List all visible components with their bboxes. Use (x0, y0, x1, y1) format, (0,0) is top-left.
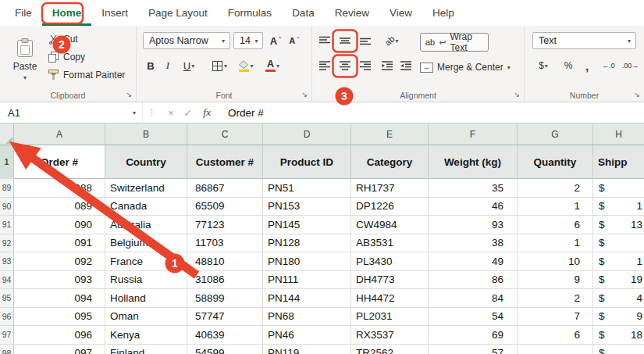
cell-qty[interactable]: 1 (518, 234, 593, 253)
align-right-button[interactable] (356, 57, 375, 74)
cell-order[interactable]: 089 (14, 198, 105, 216)
tab-data[interactable]: Data (282, 0, 325, 26)
cell-country[interactable]: Finland (105, 345, 187, 354)
column-header-b[interactable]: B (105, 123, 187, 145)
cell-order[interactable]: 090 (14, 216, 105, 234)
row-header-1[interactable]: 1 (0, 145, 14, 179)
row-header[interactable]: 95 (0, 289, 14, 308)
cell-qty[interactable]: 9 (518, 271, 593, 290)
row-header[interactable]: 94 (0, 271, 14, 290)
fill-color-button[interactable]: ▾ (233, 57, 258, 74)
header-cell-product[interactable]: Product ID (263, 145, 351, 179)
select-all-button[interactable] (0, 123, 14, 145)
cell-country[interactable]: Canada (105, 198, 187, 216)
increase-indent-button[interactable] (397, 57, 415, 74)
cell-product[interactable]: PN68 (263, 308, 351, 327)
header-cell-category[interactable]: Category (351, 145, 429, 179)
enter-button[interactable]: ✓ (180, 107, 197, 119)
tab-review[interactable]: Review (325, 0, 379, 26)
cell-category[interactable]: RH1737 (351, 179, 429, 198)
cell-shipping[interactable]: $1 (593, 252, 644, 271)
cell-weight[interactable]: 84 (429, 289, 518, 308)
header-cell-customer[interactable]: Customer # (187, 145, 263, 179)
header-cell-country[interactable]: Country (105, 145, 187, 179)
cell-country[interactable]: Australia (105, 216, 187, 234)
font-color-button[interactable]: A ▾ (260, 57, 285, 74)
cell-product[interactable]: PN145 (263, 216, 351, 234)
tab-home[interactable]: Home (42, 0, 92, 26)
cell-a1-active[interactable]: Order # (14, 145, 105, 179)
dialog-launcher-icon[interactable]: ↘ (126, 91, 132, 98)
cell-shipping[interactable]: $ (593, 179, 644, 198)
row-header[interactable]: 93 (0, 252, 14, 271)
cell-shipping[interactable]: $ (593, 234, 644, 253)
cell-country[interactable]: Oman (105, 308, 187, 327)
insert-function-button[interactable]: fx (197, 106, 217, 119)
increase-font-size-button[interactable]: Aˆ (266, 32, 285, 49)
tab-view[interactable]: View (379, 0, 422, 26)
formula-input[interactable]: Order # (228, 107, 264, 119)
cell-product[interactable]: PN153 (263, 198, 351, 216)
cell-product[interactable]: PN180 (263, 252, 351, 271)
cell-qty[interactable]: 6 (518, 326, 593, 345)
format-painter-button[interactable]: Format Painter (48, 67, 125, 83)
cell-customer[interactable]: 40639 (187, 326, 263, 345)
column-header-c[interactable]: C (187, 123, 263, 145)
column-header-h[interactable]: H (593, 123, 644, 145)
cancel-button[interactable]: × (162, 107, 180, 119)
column-header-d[interactable]: D (263, 123, 351, 145)
row-header[interactable]: 91 (0, 216, 14, 234)
row-header[interactable]: 90 (0, 198, 14, 216)
dialog-launcher-icon[interactable]: ↘ (301, 91, 308, 98)
column-header-a[interactable]: A (14, 123, 105, 145)
font-name-combobox[interactable]: Aptos Narrow ▾ (143, 32, 230, 49)
decrease-font-size-button[interactable]: Aˇ (285, 32, 304, 49)
cell-product[interactable]: PN111 (263, 271, 351, 290)
cell-product[interactable]: PN128 (263, 234, 351, 253)
column-header-f[interactable]: F (429, 123, 518, 145)
cell-category[interactable]: DP1226 (351, 198, 429, 216)
number-format-combobox[interactable]: Text ▾ (532, 32, 636, 49)
decrease-decimal-button[interactable]: .00→ (620, 57, 641, 74)
cell-category[interactable]: TR2562 (351, 345, 429, 354)
name-box[interactable]: A1 ▾ (0, 102, 143, 123)
cell-weight[interactable]: 46 (429, 198, 518, 216)
cut-button[interactable]: Cut (48, 31, 78, 47)
cell-customer[interactable]: 65509 (187, 198, 263, 216)
cell-country[interactable]: Kenya (105, 326, 187, 345)
cell-category[interactable]: AB3531 (351, 234, 429, 253)
cell-order[interactable]: 094 (14, 289, 105, 308)
cell-qty[interactable]: 10 (518, 252, 593, 271)
header-cell-weight[interactable]: Weight (kg) (429, 145, 518, 179)
cell-country[interactable]: France (105, 252, 187, 271)
center-button[interactable] (336, 57, 354, 74)
cell-weight[interactable]: 49 (429, 252, 518, 271)
cell-qty[interactable]: 6 (518, 216, 593, 234)
row-header[interactable]: 97 (0, 326, 14, 345)
dialog-launcher-icon[interactable]: ↘ (514, 91, 520, 98)
cell-category[interactable]: PL2031 (351, 308, 429, 327)
paste-button[interactable]: Paste ▾ (6, 30, 44, 88)
cell-order[interactable]: 095 (14, 308, 105, 327)
orientation-button[interactable]: ab ▾ (379, 32, 404, 49)
row-header[interactable]: 98 (0, 345, 14, 354)
increase-decimal-button[interactable]: ←.0 (598, 57, 619, 74)
cell-shipping[interactable]: $1 (593, 198, 644, 216)
middle-align-button[interactable] (336, 32, 354, 49)
cell-product[interactable]: PN46 (263, 326, 351, 345)
wrap-text-button[interactable]: ab ↩ Wrap Text (420, 33, 489, 52)
cell-product[interactable]: PN51 (263, 179, 351, 198)
cell-customer[interactable]: 58899 (187, 289, 263, 308)
bold-button[interactable]: B (143, 57, 158, 74)
font-size-combobox[interactable]: 14 ▾ (233, 32, 263, 49)
cell-customer[interactable]: 77123 (187, 216, 263, 234)
tab-insert[interactable]: Insert (91, 0, 138, 26)
align-left-button[interactable] (315, 57, 334, 74)
tab-file[interactable]: File (5, 0, 42, 26)
tab-formulas[interactable]: Formulas (218, 0, 282, 26)
merge-and-center-button[interactable]: ↔ Merge & Center ▾ (417, 58, 517, 77)
cell-qty[interactable] (518, 345, 593, 354)
italic-button[interactable]: I (160, 57, 176, 74)
cell-qty[interactable]: 2 (518, 179, 593, 198)
cell-weight[interactable]: 69 (429, 326, 518, 345)
